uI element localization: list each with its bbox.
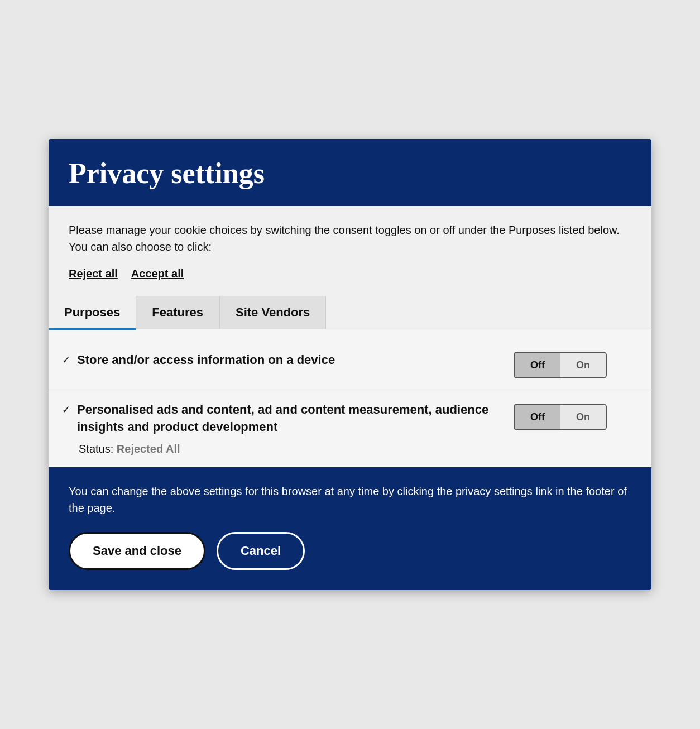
chevron-down-icon-1: ✓ xyxy=(62,354,70,366)
toggle-off-button-2[interactable]: Off xyxy=(515,405,560,429)
footer-area: You can change the above settings for th… xyxy=(49,467,651,590)
tabs-section: Purposes Features Site Vendors ✓ Store a… xyxy=(49,296,651,467)
purpose-item-2: ✓ Personalised ads and content, ad and c… xyxy=(49,390,651,467)
purpose-title-2: Personalised ads and content, ad and con… xyxy=(77,401,502,436)
cancel-button[interactable]: Cancel xyxy=(217,532,305,570)
toggle-on-button-1[interactable]: On xyxy=(560,353,606,377)
main-content: Please manage your cookie choices by swi… xyxy=(49,206,651,467)
toggle-group-1: Off On xyxy=(514,352,607,378)
quick-actions: Reject all Accept all xyxy=(69,267,631,280)
toggle-group-2: Off On xyxy=(514,404,607,430)
toggle-on-button-2[interactable]: On xyxy=(560,405,606,429)
content-area: Please manage your cookie choices by swi… xyxy=(49,206,651,291)
privacy-settings-modal: Privacy settings Please manage your cook… xyxy=(49,139,651,589)
footer-info-text: You can change the above settings for th… xyxy=(69,483,631,516)
status-label: Status: xyxy=(79,443,113,455)
tab-purposes[interactable]: Purposes xyxy=(49,296,136,329)
modal-header: Privacy settings xyxy=(49,139,651,206)
description-text: Please manage your cookie choices by swi… xyxy=(69,222,631,255)
toggle-off-button-1[interactable]: Off xyxy=(515,353,560,377)
page-title: Privacy settings xyxy=(69,157,631,190)
tab-site-vendors[interactable]: Site Vendors xyxy=(219,296,326,329)
tab-content-purposes: ✓ Store and/or access information on a d… xyxy=(49,329,651,467)
purpose-title-1: Store and/or access information on a dev… xyxy=(77,352,335,369)
purpose-title-row-2: ✓ Personalised ads and content, ad and c… xyxy=(62,401,502,436)
chevron-down-icon-2: ✓ xyxy=(62,404,70,416)
purpose-item-1: ✓ Store and/or access information on a d… xyxy=(49,340,651,390)
tabs-row: Purposes Features Site Vendors xyxy=(49,296,651,329)
purpose-header-2: ✓ Personalised ads and content, ad and c… xyxy=(62,401,607,436)
save-and-close-button[interactable]: Save and close xyxy=(69,532,205,570)
accept-all-link[interactable]: Accept all xyxy=(131,267,184,280)
reject-all-link[interactable]: Reject all xyxy=(69,267,118,280)
footer-buttons: Save and close Cancel xyxy=(69,532,631,570)
purpose-header-1: ✓ Store and/or access information on a d… xyxy=(62,352,607,378)
purpose-title-row-1: ✓ Store and/or access information on a d… xyxy=(62,352,502,369)
purpose-status-2: Status: Rejected All xyxy=(62,443,607,455)
tab-features[interactable]: Features xyxy=(136,296,219,329)
status-value: Rejected All xyxy=(117,443,180,455)
